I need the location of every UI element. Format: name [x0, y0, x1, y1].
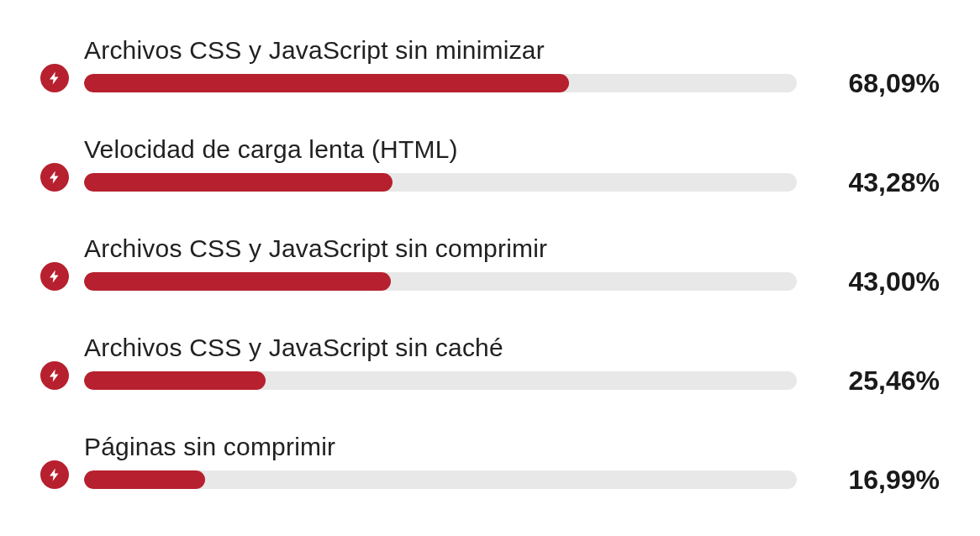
bar-label: Velocidad de carga lenta (HTML): [84, 135, 797, 163]
chart-row: Páginas sin comprimir 16,99%: [40, 430, 940, 489]
bar-fill: [84, 470, 205, 489]
bar-track: [84, 74, 797, 92]
bar-label: Páginas sin comprimir: [84, 433, 797, 460]
bolt-icon: [40, 361, 69, 390]
bar-track: [84, 272, 797, 291]
bolt-icon: [40, 163, 69, 192]
bar-track: [84, 470, 797, 489]
bar-fill: [84, 74, 569, 92]
performance-issues-chart: Archivos CSS y JavaScript sin minimizar …: [0, 0, 980, 523]
chart-row: Velocidad de carga lenta (HTML) 43,28%: [40, 133, 940, 192]
bolt-icon: [40, 64, 69, 92]
chart-row: Archivos CSS y JavaScript sin caché 25,4…: [40, 331, 940, 390]
bar-value: 43,00%: [797, 272, 940, 291]
bar-track: [84, 173, 797, 192]
bar-label: Archivos CSS y JavaScript sin caché: [84, 334, 797, 361]
bolt-icon: [40, 460, 69, 489]
bar-value: 16,99%: [797, 470, 940, 489]
bar-label: Archivos CSS y JavaScript sin comprimir: [84, 234, 797, 262]
bar-value: 68,09%: [797, 74, 940, 92]
chart-row: Archivos CSS y JavaScript sin minimizar …: [40, 34, 940, 92]
bar-fill: [84, 173, 393, 192]
bar-fill: [84, 371, 266, 390]
bar-value: 25,46%: [797, 371, 940, 390]
bar-value: 43,28%: [797, 173, 940, 192]
bar-label: Archivos CSS y JavaScript sin minimizar: [84, 36, 797, 64]
bolt-icon: [40, 262, 69, 291]
bar-track: [84, 371, 797, 390]
chart-row: Archivos CSS y JavaScript sin comprimir …: [40, 232, 940, 291]
bar-fill: [84, 272, 391, 291]
